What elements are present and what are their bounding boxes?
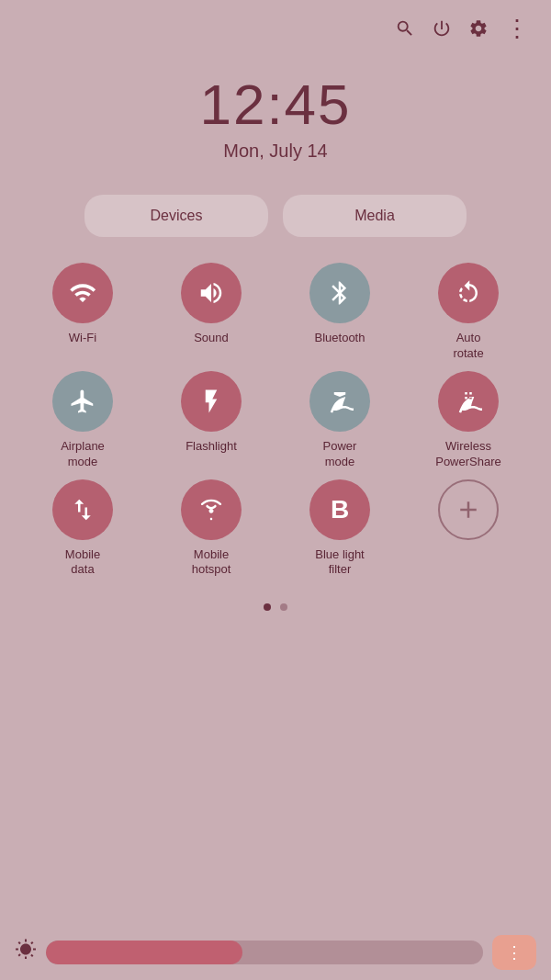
brightness-fill xyxy=(46,941,242,964)
clock-date: Mon, July 14 xyxy=(0,141,551,162)
mobiledata-label: Mobile data xyxy=(65,547,100,579)
qs-item-flashlight[interactable]: Flashlight xyxy=(147,371,276,470)
brightness-menu-button[interactable]: ⋮ xyxy=(492,935,536,970)
qs-item-bluetooth[interactable]: Bluetooth xyxy=(276,263,404,362)
add-icon xyxy=(438,479,499,540)
qs-item-mobilehotspot[interactable]: Mobile hotspot xyxy=(147,479,276,579)
wireless-powershare-label: Wireless PowerShare xyxy=(435,439,501,470)
qs-item-autorotate[interactable]: Auto rotate xyxy=(404,263,533,362)
wifi-icon xyxy=(52,263,113,323)
wifi-label: Wi-Fi xyxy=(69,331,96,346)
mobilehotspot-icon xyxy=(181,479,242,540)
devices-button[interactable]: Devices xyxy=(84,195,268,237)
top-icon-bar: ⋮ xyxy=(0,0,551,44)
sound-icon xyxy=(181,263,242,323)
bluetooth-icon xyxy=(309,263,370,323)
brightness-bar-container: ⋮ xyxy=(0,925,551,980)
wireless-powershare-icon xyxy=(438,371,499,432)
more-menu-icon[interactable]: ⋮ xyxy=(505,18,529,44)
powermode-label: Power mode xyxy=(323,439,357,470)
mobilehotspot-label: Mobile hotspot xyxy=(192,547,231,579)
clock-section: 12:45 Mon, July 14 xyxy=(0,72,551,162)
airplane-icon xyxy=(52,371,113,432)
settings-icon[interactable] xyxy=(468,18,489,44)
brightness-sun-icon xyxy=(15,939,37,966)
page-dot-2[interactable] xyxy=(280,603,287,611)
qs-item-powermode[interactable]: Power mode xyxy=(276,371,404,470)
power-icon[interactable] xyxy=(432,18,452,44)
media-button[interactable]: Media xyxy=(283,195,467,237)
qs-item-airplane[interactable]: Airplane mode xyxy=(18,371,147,470)
quick-settings-grid: Wi-Fi Sound Bluetooth Auto rotate Airpla… xyxy=(0,263,551,578)
clock-time: 12:45 xyxy=(0,72,551,137)
qs-item-wireless-powershare[interactable]: Wireless PowerShare xyxy=(404,371,533,470)
qs-item-bluelightfilter[interactable]: B Blue light filter xyxy=(276,479,404,579)
flashlight-icon xyxy=(181,371,242,432)
qs-item-wifi[interactable]: Wi-Fi xyxy=(18,263,147,362)
powermode-icon xyxy=(309,371,370,432)
sound-label: Sound xyxy=(194,331,229,346)
autorotate-label: Auto rotate xyxy=(453,331,483,362)
bluelightfilter-icon: B xyxy=(309,479,370,540)
device-media-row: Devices Media xyxy=(0,195,551,237)
bluelightfilter-label: Blue light filter xyxy=(315,547,364,579)
qs-item-mobiledata[interactable]: Mobile data xyxy=(18,479,147,579)
qs-item-sound[interactable]: Sound xyxy=(147,263,276,362)
page-dot-1[interactable] xyxy=(264,603,271,611)
flashlight-label: Flashlight xyxy=(186,439,237,455)
mobiledata-icon xyxy=(52,479,113,540)
page-dots xyxy=(0,603,551,611)
qs-item-add[interactable] xyxy=(404,479,533,579)
brightness-track[interactable] xyxy=(46,941,483,964)
autorotate-icon xyxy=(438,263,499,323)
bluetooth-label: Bluetooth xyxy=(315,331,365,346)
search-icon[interactable] xyxy=(395,18,415,44)
airplane-label: Airplane mode xyxy=(61,439,105,470)
